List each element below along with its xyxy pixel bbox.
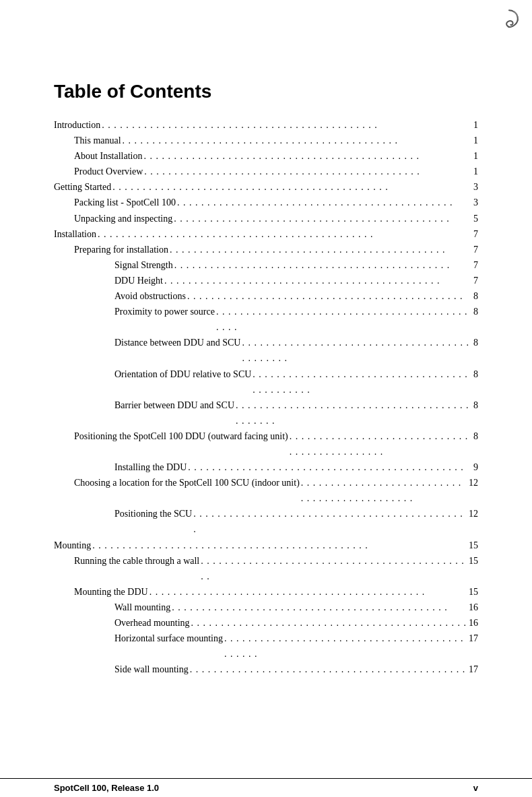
toc-entry-text: Installation [54,226,96,242]
toc-row: Barrier between DDU and SCU . . . . . . … [54,397,478,428]
toc-row: Packing list - SpotCell 100 . . . . . . … [54,195,478,210]
toc-dots: . . . . . . . . . . . . . . . . . . . . … [199,553,469,584]
toc-entry-text: Mounting the DDU [54,584,148,600]
toc-row: Running the cable through a wall . . . .… [54,553,478,584]
toc-row: Orientation of DDU relative to SCU . . .… [54,366,478,397]
toc-page-num: 8 [473,335,478,366]
toc-page-num: 1 [473,164,478,179]
toc-page-num: 7 [473,273,478,288]
toc-entry-text: This manual [54,133,121,148]
toc-entry-text: Product Overview [54,164,143,179]
toc-page-num: 8 [473,288,478,304]
toc-row: Mounting . . . . . . . . . . . . . . . .… [54,538,478,553]
toc-entry-text: Positioning the SpotCell 100 DDU (outwar… [54,428,288,459]
toc-entry-text: Preparing for installation [54,242,168,257]
toc-entry-text: Proximity to power source [54,304,215,335]
toc-row: Product Overview . . . . . . . . . . . .… [54,164,478,179]
toc-dots: . . . . . . . . . . . . . . . . . . . . … [223,631,469,662]
toc-dots: . . . . . . . . . . . . . . . . . . . . … [186,288,473,304]
toc-entry-text: Distance between DDU and SCU [54,335,240,366]
toc-page-num: 5 [473,211,478,226]
toc-dots: . . . . . . . . . . . . . . . . . . . . … [91,538,469,553]
toc-entry-text: Overhead mounting [54,615,190,631]
toc-title: Table of Contents [54,81,478,102]
toc-entry-text: Installing the DDU [54,459,187,475]
toc-row: Overhead mounting . . . . . . . . . . . … [54,615,478,631]
toc-row: Preparing for installation . . . . . . .… [54,242,478,257]
toc-dots: . . . . . . . . . . . . . . . . . . . . … [190,615,469,631]
footer-left: SpotCell 100, Release 1.0 [54,783,159,793]
toc-page-num: 8 [473,304,478,335]
toc-dots: . . . . . . . . . . . . . . . . . . . . … [96,226,473,242]
toc-row: Avoid obstructions . . . . . . . . . . .… [54,288,478,304]
toc-entry-text: Unpacking and inspecting [54,211,172,226]
toc-page-num: 8 [473,397,478,428]
toc-row: Distance between DDU and SCU . . . . . .… [54,335,478,366]
toc-page-num: 12 [469,475,478,506]
toc-dots: . . . . . . . . . . . . . . . . . . . . … [234,397,473,428]
toc-row: Positioning the SCU . . . . . . . . . . … [54,506,478,537]
toc-dots: . . . . . . . . . . . . . . . . . . . . … [240,335,473,366]
toc-dots: . . . . . . . . . . . . . . . . . . . . … [173,257,473,273]
toc-entry-text: Orientation of DDU relative to SCU [54,366,251,397]
toc-page-num: 17 [469,631,478,662]
toc-row: DDU Height . . . . . . . . . . . . . . .… [54,273,478,288]
toc-entry-text: Introduction [54,117,100,133]
content-area: Table of Contents Introduction . . . . .… [0,0,532,731]
toc-row: Proximity to power source . . . . . . . … [54,304,478,335]
toc-row: Wall mounting . . . . . . . . . . . . . … [54,600,478,615]
toc-entry-text: Barrier between DDU and SCU [54,397,234,428]
toc-row: Installing the DDU . . . . . . . . . . .… [54,459,478,475]
toc-page-num: 7 [473,242,478,257]
toc-page-num: 17 [469,662,478,677]
toc-page-num: 9 [473,459,478,475]
toc-row: Positioning the SpotCell 100 DDU (outwar… [54,428,478,459]
logo-area [498,8,520,32]
toc-page-num: 7 [473,257,478,273]
footer-right: v [473,783,478,793]
toc-dots: . . . . . . . . . . . . . . . . . . . . … [192,506,469,537]
toc-entry-text: Getting Started [54,179,111,195]
toc-dots: . . . . . . . . . . . . . . . . . . . . … [251,366,473,397]
toc-page-num: 8 [473,428,478,459]
toc-page-num: 16 [469,615,478,631]
toc-page-num: 15 [469,553,478,584]
toc-row: Getting Started . . . . . . . . . . . . … [54,179,478,195]
toc-dots: . . . . . . . . . . . . . . . . . . . . … [111,179,473,195]
toc-page-num: 8 [473,366,478,397]
toc-dots: . . . . . . . . . . . . . . . . . . . . … [143,164,473,179]
toc-row: Unpacking and inspecting . . . . . . . .… [54,211,478,226]
toc-dots: . . . . . . . . . . . . . . . . . . . . … [100,117,473,133]
toc-entry-text: Positioning the SCU [54,506,192,537]
toc-page-num: 15 [469,538,478,553]
toc-entry-text: Wall mounting [54,600,170,615]
toc-dots: . . . . . . . . . . . . . . . . . . . . … [300,475,469,506]
toc-entry-text: About Installation [54,148,143,164]
toc-row: Signal Strength . . . . . . . . . . . . … [54,257,478,273]
toc-dots: . . . . . . . . . . . . . . . . . . . . … [168,242,473,257]
toc-entry-text: Horizontal surface mounting [54,631,223,662]
toc-row: Horizontal surface mounting . . . . . . … [54,631,478,662]
toc-page-num: 12 [469,506,478,537]
toc-dots: . . . . . . . . . . . . . . . . . . . . … [215,304,473,335]
toc-entry-text: DDU Height [54,273,163,288]
toc-entry-text: Avoid obstructions [54,288,186,304]
toc-entries: Introduction . . . . . . . . . . . . . .… [54,117,478,677]
toc-row: Side wall mounting . . . . . . . . . . .… [54,662,478,677]
toc-dots: . . . . . . . . . . . . . . . . . . . . … [121,133,473,148]
toc-entry-text: Running the cable through a wall [54,553,199,584]
toc-entry-text: Side wall mounting [54,662,189,677]
toc-row: This manual . . . . . . . . . . . . . . … [54,133,478,148]
toc-dots: . . . . . . . . . . . . . . . . . . . . … [163,273,473,288]
toc-dots: . . . . . . . . . . . . . . . . . . . . … [176,195,473,210]
toc-page-num: 16 [469,600,478,615]
toc-page-num: 1 [473,133,478,148]
toc-entry-text: Mounting [54,538,91,553]
toc-dots: . . . . . . . . . . . . . . . . . . . . … [170,600,469,615]
toc-row: Introduction . . . . . . . . . . . . . .… [54,117,478,133]
toc-entry-text: Signal Strength [54,257,173,273]
toc-dots: . . . . . . . . . . . . . . . . . . . . … [288,428,473,459]
brand-logo-icon [498,8,520,30]
toc-page-num: 3 [473,195,478,210]
toc-page-num: 3 [473,179,478,195]
